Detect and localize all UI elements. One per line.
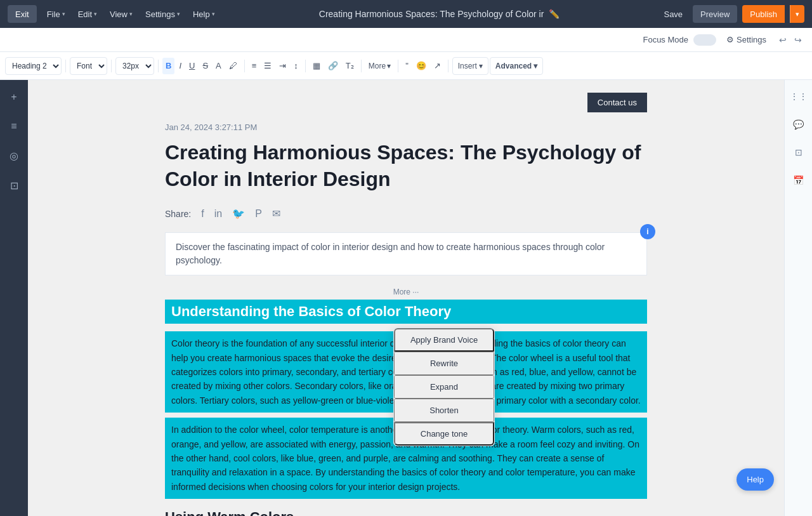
chevron-down-icon: ▾ xyxy=(129,11,133,17)
advanced-button[interactable]: Advanced ▾ xyxy=(490,57,543,75)
exit-button[interactable]: Exit xyxy=(8,5,37,23)
right-sidebar: ⋮⋮ 💬 ⊡ 📅 xyxy=(784,80,812,516)
emoji-button[interactable]: 😊 xyxy=(413,58,429,74)
focus-mode-toggle[interactable] xyxy=(693,34,716,46)
nav-help[interactable]: Help ▾ xyxy=(188,7,220,22)
toolbar-separator xyxy=(361,60,362,72)
preview-button[interactable]: Preview xyxy=(693,5,737,23)
linkedin-icon[interactable]: in xyxy=(214,208,222,220)
gear-icon: ⚙ xyxy=(726,35,734,44)
shorten-item[interactable]: Shorten xyxy=(394,399,494,422)
content-inner: Contact us Jan 24, 2024 3:27:11 PM Creat… xyxy=(152,80,660,516)
second-bar: Focus Mode ⚙ Settings ↩ ↪ xyxy=(0,28,812,52)
underline-button[interactable]: U xyxy=(186,58,198,74)
email-icon[interactable]: ✉ xyxy=(272,208,280,220)
line-height-button[interactable]: ↕ xyxy=(291,58,301,74)
sidebar-layers-icon[interactable]: ≡ xyxy=(7,117,20,136)
bold-button[interactable]: B xyxy=(162,58,174,74)
subscript-button[interactable]: T₂ xyxy=(343,58,357,74)
apply-brand-voice-item[interactable]: Apply Brand Voice xyxy=(394,328,494,352)
twitter-icon[interactable]: 🐦 xyxy=(232,208,245,220)
info-badge[interactable]: i xyxy=(640,224,655,239)
contact-us-button[interactable]: Contact us xyxy=(587,93,647,112)
more-button[interactable]: More ▾ xyxy=(365,58,394,74)
table-button[interactable]: ▦ xyxy=(310,58,324,74)
main-layout: + ≡ ◎ ⊡ Contact us Jan 24, 2024 3:27:11 … xyxy=(0,80,812,516)
toolbar-separator xyxy=(111,60,112,72)
rewrite-item[interactable]: Rewrite xyxy=(394,352,494,375)
right-layout-icon[interactable]: ⊡ xyxy=(791,143,806,161)
right-calendar-icon[interactable]: 📅 xyxy=(789,171,808,189)
post-date: Jan 24, 2024 3:27:11 PM xyxy=(165,122,647,132)
left-sidebar: + ≡ ◎ ⊡ xyxy=(0,80,28,516)
facebook-icon[interactable]: f xyxy=(201,208,204,220)
font-size-select[interactable]: 32px xyxy=(115,57,154,75)
toolbar-separator xyxy=(244,60,245,72)
link-button[interactable]: 🔗 xyxy=(325,58,341,74)
publish-button[interactable]: Publish xyxy=(742,5,785,23)
top-actions: Save Preview Publish ▾ xyxy=(658,5,804,23)
document-title: Creating Harmonious Spaces: The Psycholo… xyxy=(225,9,654,19)
more-bar: More ··· xyxy=(165,286,647,297)
expand-item[interactable]: Expand xyxy=(394,375,494,399)
text-color-button[interactable]: A xyxy=(213,58,225,74)
sidebar-page-icon[interactable]: ⊡ xyxy=(6,176,22,195)
strikethrough-button[interactable]: S xyxy=(199,58,211,74)
toolbar-separator xyxy=(305,60,306,72)
right-comment-icon[interactable]: 💬 xyxy=(789,116,808,133)
toolbar-separator xyxy=(158,60,159,72)
top-bar: Exit File ▾ Edit ▾ View ▾ Settings ▾ Hel… xyxy=(0,0,812,28)
contact-bar: Contact us xyxy=(165,93,647,112)
chevron-down-icon: ▾ xyxy=(479,62,483,70)
toolbar-separator xyxy=(65,60,66,72)
help-button[interactable]: Help xyxy=(737,468,774,491)
sidebar-add-icon[interactable]: + xyxy=(7,88,20,107)
indent-button[interactable]: ⇥ xyxy=(276,58,289,74)
chevron-down-icon: ▾ xyxy=(387,62,391,70)
align-button[interactable]: ≡ xyxy=(249,58,260,74)
publish-dropdown-button[interactable]: ▾ xyxy=(790,5,804,23)
toolbar-separator xyxy=(398,60,398,72)
chevron-down-icon: ▾ xyxy=(94,11,97,17)
pinterest-icon[interactable]: P xyxy=(255,208,262,220)
content-area: Contact us Jan 24, 2024 3:27:11 PM Creat… xyxy=(28,80,784,516)
insert-button[interactable]: Insert ▾ xyxy=(452,57,488,75)
toolbar-separator xyxy=(448,60,449,72)
list-button[interactable]: ☰ xyxy=(261,58,275,74)
settings-button[interactable]: ⚙ Settings xyxy=(721,32,771,47)
nav-settings[interactable]: Settings ▾ xyxy=(140,7,185,22)
section2-heading[interactable]: Using Warm Colors xyxy=(165,509,647,516)
redo-button[interactable]: ↪ xyxy=(792,34,804,46)
highlight-button[interactable]: 🖊 xyxy=(226,58,240,74)
share-label: Share: xyxy=(165,209,191,219)
nav-edit[interactable]: Edit ▾ xyxy=(73,7,102,22)
share-row: Share: f in 🐦 P ✉ xyxy=(165,208,647,220)
nav-view[interactable]: View ▾ xyxy=(105,7,138,22)
undo-button[interactable]: ↩ xyxy=(776,34,789,46)
right-grid-icon[interactable]: ⋮⋮ xyxy=(786,88,811,105)
top-nav: File ▾ Edit ▾ View ▾ Settings ▾ Help ▾ xyxy=(42,7,220,22)
chevron-down-icon: ▾ xyxy=(534,62,537,70)
change-tone-item[interactable]: Change tone xyxy=(394,422,494,446)
more-bar-button[interactable]: More ··· xyxy=(393,288,419,296)
toolbar: Heading 2 Font 32px B I U S A 🖊 ≡ ☰ ⇥ ↕ … xyxy=(0,52,812,80)
post-title[interactable]: Creating Harmonious Spaces: The Psycholo… xyxy=(165,140,647,192)
save-button[interactable]: Save xyxy=(658,7,688,22)
undo-redo-group: ↩ ↪ xyxy=(776,34,804,46)
chevron-down-icon: ▾ xyxy=(177,11,180,17)
nav-file[interactable]: File ▾ xyxy=(42,7,70,22)
focus-mode-label: Focus Mode xyxy=(643,35,688,44)
chevron-down-icon: ▾ xyxy=(62,11,65,17)
chevron-down-icon: ▾ xyxy=(212,11,215,17)
section1-heading[interactable]: Understanding the Basics of Color Theory xyxy=(165,300,647,324)
arrow-button[interactable]: ↗ xyxy=(431,58,444,74)
quote-button[interactable]: " xyxy=(402,58,412,74)
description-text: Discover the fascinating impact of color… xyxy=(176,242,605,265)
heading-select[interactable]: Heading 2 xyxy=(5,57,62,75)
edit-icon[interactable]: ✏️ xyxy=(549,9,560,19)
sidebar-user-icon[interactable]: ◎ xyxy=(6,146,22,166)
description-box: Discover the fascinating impact of color… xyxy=(165,232,647,275)
italic-button[interactable]: I xyxy=(176,58,185,74)
font-select[interactable]: Font xyxy=(70,57,107,75)
context-menu: Apply Brand Voice Rewrite Expand Shorten… xyxy=(393,327,495,446)
